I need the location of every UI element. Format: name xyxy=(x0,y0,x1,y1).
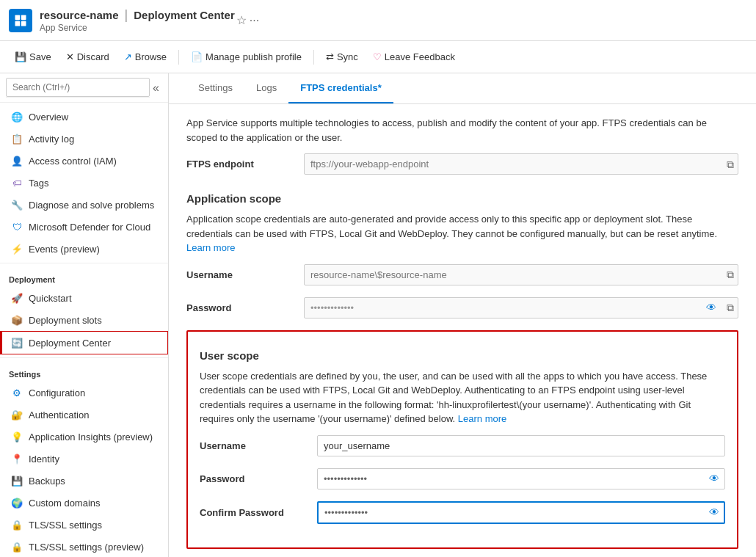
app-password-input[interactable] xyxy=(304,297,738,318)
resource-icon xyxy=(9,9,32,32)
quickstart-icon: 🚀 xyxy=(11,292,23,304)
activity-log-icon: 📋 xyxy=(11,133,23,145)
identity-icon: 📍 xyxy=(11,453,23,465)
sidebar-item-activity-log[interactable]: 📋 Activity log xyxy=(0,128,168,150)
sidebar-item-app-insights[interactable]: 💡 Application Insights (preview) xyxy=(0,426,168,448)
app-password-eye-button[interactable]: 👁 xyxy=(706,302,716,313)
app-password-label: Password xyxy=(186,302,304,313)
confirm-password-row: Confirm Password 👁 xyxy=(200,501,725,524)
discard-icon: ✕ xyxy=(66,51,74,62)
confirm-password-input[interactable] xyxy=(317,501,725,524)
user-password-input-wrap: 👁 xyxy=(317,468,725,489)
sidebar-divider-2 xyxy=(0,357,168,358)
sidebar: « 🌐 Overview 📋 Activity log 👤 Access con… xyxy=(0,73,169,557)
tls-ssl-icon: 🔒 xyxy=(11,519,23,531)
app-username-label: Username xyxy=(186,269,304,280)
sidebar-item-quickstart[interactable]: 🚀 Quickstart xyxy=(0,287,168,309)
events-icon: ⚡ xyxy=(11,243,23,255)
more-options-button[interactable]: ··· xyxy=(248,12,261,29)
sidebar-item-access-control[interactable]: 👤 Access control (IAM) xyxy=(0,150,168,172)
user-scope-desc: User scope credentials are defined by yo… xyxy=(200,369,725,426)
sidebar-item-custom-domains[interactable]: 🌍 Custom domains xyxy=(0,492,168,514)
app-password-row: Password 👁 ⧉ xyxy=(186,297,738,318)
authentication-icon: 🔐 xyxy=(11,409,23,421)
subtitle: App Service xyxy=(40,23,235,33)
tab-ftps[interactable]: FTPS credentials* xyxy=(288,73,393,103)
sidebar-item-events[interactable]: ⚡ Events (preview) xyxy=(0,238,168,260)
user-password-input[interactable] xyxy=(317,468,725,489)
browse-icon: ↗ xyxy=(124,51,132,62)
app-username-copy-button[interactable]: ⧉ xyxy=(727,269,734,281)
confirm-password-eye-button[interactable]: 👁 xyxy=(709,506,719,518)
access-control-icon: 👤 xyxy=(11,155,23,167)
search-input[interactable] xyxy=(6,78,150,97)
favorite-button[interactable]: ☆ xyxy=(235,12,248,29)
ftps-endpoint-copy-button[interactable]: ⧉ xyxy=(727,158,734,170)
app-username-input[interactable] xyxy=(304,264,738,285)
ftps-endpoint-label: FTPS endpoint xyxy=(186,159,304,170)
sidebar-item-defender[interactable]: 🛡 Microsoft Defender for Cloud xyxy=(0,216,168,238)
app-username-input-wrap: ⧉ xyxy=(304,264,738,285)
tab-bar: Settings Logs FTPS credentials* xyxy=(169,73,756,104)
svg-rect-0 xyxy=(15,15,21,20)
header-separator: | xyxy=(125,7,128,23)
tags-icon: 🏷 xyxy=(11,177,23,189)
app-scope-section: Application scope Application scope cred… xyxy=(186,186,738,318)
user-username-input[interactable] xyxy=(317,435,725,456)
save-button[interactable]: 💾 Save xyxy=(9,48,57,65)
diagnose-icon: 🔧 xyxy=(11,199,23,211)
svg-rect-1 xyxy=(21,15,26,20)
sync-button[interactable]: ⇄ Sync xyxy=(320,48,364,65)
toolbar-separator-1 xyxy=(178,50,179,65)
user-password-label: Password xyxy=(200,473,317,484)
sidebar-item-configuration[interactable]: ⚙ Configuration xyxy=(0,382,168,404)
sync-icon: ⇄ xyxy=(326,51,334,62)
resource-name-label: resource-name xyxy=(40,9,119,21)
content-area: Settings Logs FTPS credentials* App Serv… xyxy=(169,73,756,557)
intro-text: App Service supports multiple technologi… xyxy=(186,104,738,153)
user-username-label: Username xyxy=(200,440,317,451)
sidebar-item-tls-ssl[interactable]: 🔒 TLS/SSL settings xyxy=(0,514,168,536)
app-scope-learn-more-link[interactable]: Learn more xyxy=(186,242,235,253)
sidebar-item-diagnose[interactable]: 🔧 Diagnose and solve problems xyxy=(0,194,168,216)
sidebar-item-tls-ssl-preview[interactable]: 🔒 TLS/SSL settings (preview) xyxy=(0,536,168,557)
sidebar-item-overview[interactable]: 🌐 Overview xyxy=(0,106,168,128)
defender-icon: 🛡 xyxy=(11,221,23,233)
svg-rect-2 xyxy=(15,21,21,26)
user-username-row: Username xyxy=(200,435,725,456)
sidebar-item-deployment-slots[interactable]: 📦 Deployment slots xyxy=(0,309,168,331)
deployment-center-icon: 🔄 xyxy=(11,337,23,349)
page-title: Deployment Center xyxy=(134,9,235,21)
main-layout: « 🌐 Overview 📋 Activity log 👤 Access con… xyxy=(0,73,756,557)
feedback-icon: ♡ xyxy=(373,51,382,62)
leave-feedback-button[interactable]: ♡ Leave Feedback xyxy=(367,48,461,65)
sidebar-collapse-button[interactable]: « xyxy=(150,81,162,95)
sidebar-item-tags[interactable]: 🏷 Tags xyxy=(0,172,168,194)
manage-publish-icon: 📄 xyxy=(191,51,203,62)
tab-logs[interactable]: Logs xyxy=(244,73,288,103)
backups-icon: 💾 xyxy=(11,475,23,487)
sidebar-item-backups[interactable]: 💾 Backups xyxy=(0,470,168,492)
user-password-eye-button[interactable]: 👁 xyxy=(709,473,719,484)
sidebar-nav: 🌐 Overview 📋 Activity log 👤 Access contr… xyxy=(0,103,168,557)
toolbar-separator-2 xyxy=(313,50,314,65)
browse-button[interactable]: ↗ Browse xyxy=(118,48,172,65)
app-password-copy-button[interactable]: ⧉ xyxy=(727,302,734,314)
sidebar-item-authentication[interactable]: 🔐 Authentication xyxy=(0,404,168,426)
content-inner: App Service supports multiple technologi… xyxy=(169,104,756,557)
user-username-input-wrap xyxy=(317,435,725,456)
app-insights-icon: 💡 xyxy=(11,431,23,443)
sidebar-item-identity[interactable]: 📍 Identity xyxy=(0,448,168,470)
tls-ssl-preview-icon: 🔒 xyxy=(11,541,23,553)
manage-publish-button[interactable]: 📄 Manage publish profile xyxy=(185,48,308,65)
sidebar-divider-1 xyxy=(0,263,168,263)
discard-button[interactable]: ✕ Discard xyxy=(60,48,115,65)
user-password-row: Password 👁 xyxy=(200,468,725,489)
deployment-slots-icon: 📦 xyxy=(11,314,23,326)
app-password-input-wrap: 👁 ⧉ xyxy=(304,297,738,318)
user-scope-learn-more-link[interactable]: Learn more xyxy=(458,413,506,424)
user-scope-section: User scope User scope credentials are de… xyxy=(186,330,738,549)
ftps-endpoint-input[interactable] xyxy=(304,153,738,175)
sidebar-item-deployment-center[interactable]: 🔄 Deployment Center xyxy=(0,331,168,354)
tab-settings[interactable]: Settings xyxy=(186,73,244,103)
